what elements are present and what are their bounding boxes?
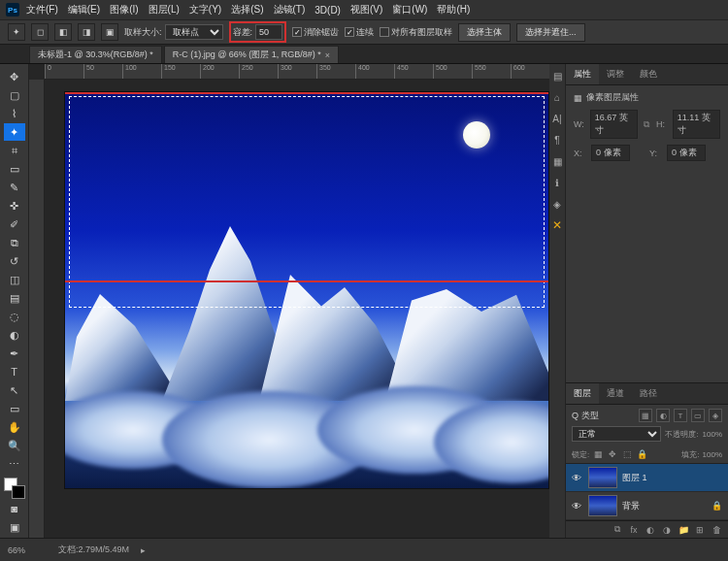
info-icon[interactable]: ℹ [551, 177, 563, 188]
brushes-icon[interactable]: ⌂ [551, 91, 563, 103]
lock-all-icon[interactable]: 🔒 [636, 448, 647, 460]
lock-pixels-icon[interactable]: ▦ [592, 448, 604, 460]
lasso-tool[interactable]: ⌇ [4, 105, 25, 122]
contiguous-checkbox[interactable]: ✓ [345, 27, 354, 37]
adjustment-icon[interactable]: ◑ [661, 525, 673, 535]
hand-tool[interactable]: ✋ [4, 418, 25, 436]
mask-icon[interactable]: ◐ [645, 525, 656, 535]
blend-mode-select[interactable]: 正常 [572, 426, 661, 442]
menu-3d[interactable]: 3D(D) [312, 3, 344, 17]
menu-filter[interactable]: 滤镜(T) [271, 1, 309, 18]
path-tool[interactable]: ↖ [4, 381, 25, 399]
selection-subtract-icon[interactable]: ◨ [78, 23, 95, 41]
quickmask-tool[interactable]: ◙ [4, 500, 25, 517]
layer-row[interactable]: 👁 背景 🔒 [566, 492, 728, 520]
delete-icon[interactable]: 🗑 [711, 525, 722, 535]
selection-new-icon[interactable]: ◻ [31, 23, 49, 41]
filter-adjust-icon[interactable]: ◐ [656, 409, 670, 422]
menu-view[interactable]: 视图(V) [347, 1, 385, 18]
color-swatch[interactable] [4, 478, 25, 499]
group-icon[interactable]: 📁 [678, 525, 689, 535]
menu-file[interactable]: 文件(F) [23, 1, 61, 18]
edit-toolbar[interactable]: ⋯ [4, 455, 25, 473]
menu-window[interactable]: 窗口(W) [389, 1, 430, 18]
history-brush-tool[interactable]: ↺ [4, 252, 25, 270]
height-value[interactable]: 11.11 英寸 [673, 110, 720, 139]
select-mask-button[interactable]: 选择并遮住... [516, 23, 585, 42]
layer-row[interactable]: 👁 图层 1 [566, 464, 728, 492]
magic-wand-tool[interactable]: ✦ [4, 123, 25, 141]
new-layer-icon[interactable]: ⊞ [694, 525, 706, 535]
document-tab-1[interactable]: 未标题-1 @ 30.3%(RGB/8#) * [29, 46, 162, 63]
opacity-value[interactable]: 100% [703, 430, 722, 439]
select-subject-button[interactable]: 选择主体 [458, 23, 511, 42]
tab-adjustments[interactable]: 调整 [599, 64, 632, 84]
menu-type[interactable]: 文字(Y) [186, 1, 224, 18]
selection-add-icon[interactable]: ◧ [54, 23, 72, 41]
menu-select[interactable]: 选择(S) [228, 1, 266, 18]
layer-name[interactable]: 背景 [622, 500, 640, 512]
eyedropper-tool[interactable]: ✎ [4, 179, 25, 196]
blur-tool[interactable]: ◌ [4, 308, 25, 325]
brush-tool[interactable]: ✐ [4, 215, 25, 233]
healing-tool[interactable]: ✜ [4, 197, 25, 214]
menu-help[interactable]: 帮助(H) [434, 1, 473, 18]
close-icon[interactable]: × [325, 50, 330, 60]
filter-smart-icon[interactable]: ◈ [709, 409, 722, 422]
menu-image[interactable]: 图像(I) [107, 1, 141, 18]
frame-tool[interactable]: ▭ [4, 160, 25, 178]
canvas-area[interactable]: 0501001502002503003504004505005506006507… [29, 64, 549, 538]
gradient-tool[interactable]: ▤ [4, 289, 25, 307]
document-canvas[interactable] [64, 91, 549, 489]
document-tab-2[interactable]: R-C (1).jpg @ 66% (图层 1, RGB/8#) *× [164, 46, 339, 63]
selection-intersect-icon[interactable]: ▣ [101, 23, 118, 41]
zoom-tool[interactable]: 🔍 [4, 437, 25, 454]
swatches-icon[interactable]: ▦ [551, 155, 563, 167]
tab-layers[interactable]: 图层 [566, 383, 599, 404]
close-dock-icon[interactable]: ✕ [551, 219, 563, 231]
layer-thumbnail[interactable] [588, 495, 617, 516]
y-value[interactable]: 0 像素 [667, 145, 706, 161]
dodge-tool[interactable]: ◐ [4, 326, 25, 344]
link-icon[interactable]: ⧉ [642, 118, 652, 130]
eraser-tool[interactable]: ◫ [4, 271, 25, 288]
filter-pixel-icon[interactable]: ▦ [639, 409, 652, 422]
tab-properties[interactable]: 属性 [566, 64, 599, 84]
link-layers-icon[interactable]: ⧉ [612, 524, 623, 535]
type-tool[interactable]: T [4, 363, 25, 380]
char-icon[interactable]: A| [551, 113, 563, 124]
zoom-value[interactable]: 66% [8, 545, 47, 555]
nav-icon[interactable]: ◈ [551, 198, 563, 210]
fx-icon[interactable]: fx [628, 525, 640, 535]
para-icon[interactable]: ¶ [551, 134, 563, 146]
layer-thumbnail[interactable] [588, 467, 617, 488]
filter-shape-icon[interactable]: ▭ [691, 409, 705, 422]
pen-tool[interactable]: ✒ [4, 345, 25, 362]
tab-channels[interactable]: 通道 [599, 383, 632, 404]
tab-color[interactable]: 颜色 [632, 64, 665, 84]
menu-layer[interactable]: 图层(L) [146, 1, 182, 18]
screenmode-tool[interactable]: ▣ [4, 518, 25, 536]
tab-paths[interactable]: 路径 [632, 383, 665, 404]
move-tool[interactable]: ✥ [4, 68, 25, 85]
fill-value[interactable]: 100% [703, 450, 722, 459]
shape-tool[interactable]: ▭ [4, 400, 25, 417]
x-value[interactable]: 0 像素 [591, 145, 630, 161]
antialias-checkbox[interactable]: ✓ [292, 27, 302, 37]
all-layers-checkbox[interactable] [380, 27, 389, 37]
layer-name[interactable]: 图层 1 [622, 472, 647, 484]
filter-type-icon[interactable]: T [674, 409, 687, 422]
visibility-icon[interactable]: 👁 [572, 473, 583, 483]
lock-artboard-icon[interactable]: ⬚ [621, 448, 633, 460]
visibility-icon[interactable]: 👁 [572, 501, 583, 512]
lock-position-icon[interactable]: ✥ [607, 448, 618, 460]
status-arrow-icon[interactable]: ▸ [141, 545, 146, 555]
marquee-tool[interactable]: ▢ [4, 86, 25, 104]
menu-edit[interactable]: 编辑(E) [65, 1, 103, 18]
width-value[interactable]: 16.67 英寸 [590, 110, 638, 139]
stamp-tool[interactable]: ⧉ [4, 234, 25, 251]
tolerance-input[interactable] [255, 24, 282, 40]
tool-preset-icon[interactable]: ✦ [8, 23, 25, 41]
sample-size-select[interactable]: 取样点 [165, 24, 223, 40]
crop-tool[interactable]: ⌗ [4, 142, 25, 159]
